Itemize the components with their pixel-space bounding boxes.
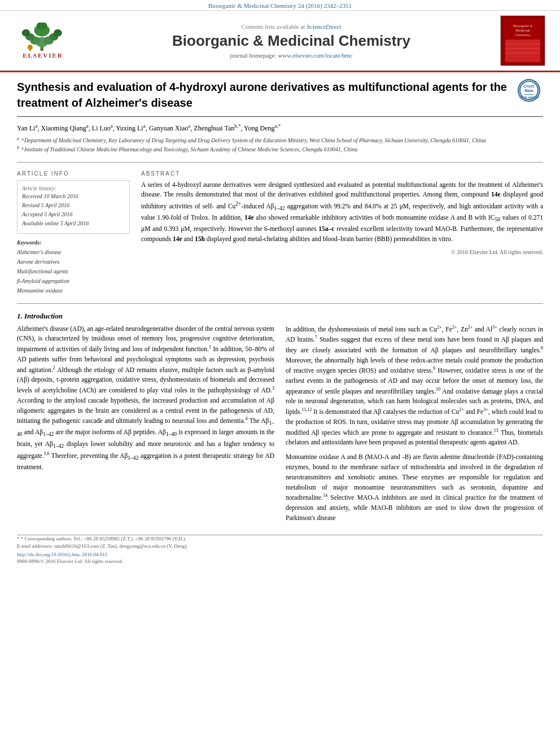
journal-cover-image: Bioorganic & Medicinal Chemistry [500,15,545,66]
introduction-body: Alzheimer's disease (AD), an age-related… [17,324,543,528]
divider-1 [17,162,543,163]
journal-citation: Bioorganic & Medicinal Chemistry 24 (201… [208,2,352,9]
footer-links: http://dx.doi.org/10.1016/j.bmc.2016.04.… [0,551,560,558]
svg-text:Cross: Cross [524,84,535,88]
corresponding-author-note: * * Corresponding authors. Tel.: +86 28 … [17,535,543,543]
article-title-container: Synthesis and evaluation of 4-hydroxyl a… [17,79,509,111]
intro-col-2: In addition, the dyshomeostasis of metal… [286,324,543,528]
authors-line: Yan Lia, Xiaoming Qianga, Li Luoa, Yuxin… [17,123,543,133]
article-title: Synthesis and evaluation of 4-hydroxyl a… [17,79,509,111]
footer-issn: 0968-0896/© 2016 Elsevier Ltd. All right… [0,558,560,564]
abstract-text: A series of 4-hydroxyl aurone derivative… [141,180,543,244]
keyword-5: Monoamine oxidase [17,286,130,295]
elsevier-brand-text: ELSEVIER [23,52,63,59]
sciencedirect-anchor[interactable]: ScienceDirect [307,23,342,30]
keywords-section: Keywords: Alzheimer's disease Aurone der… [17,239,130,295]
affiliation-a: a ᵃ Department of Medicinal Chemistry, K… [17,136,543,145]
svg-text:Chemistry: Chemistry [515,33,530,37]
available-date: Available online 5 April 2016 [22,220,125,228]
affiliations: a ᵃ Department of Medicinal Chemistry, K… [17,136,543,154]
intro-para-3: Monoamine oxidase A and B (MAO-A and -B)… [286,452,543,523]
abstract-header: ABSTRACT [141,171,543,177]
keyword-4: β-Amyloid aggregation [17,276,130,286]
revised-date: Revised 5 April 2016 [22,202,125,209]
journal-top-bar: Bioorganic & Medicinal Chemistry 24 (201… [0,0,560,11]
journal-title: Bioorganic & Medicinal Chemistry [88,32,495,50]
cover-svg: Bioorganic & Medicinal Chemistry [501,16,545,65]
svg-point-6 [22,29,30,37]
article-content: Synthesis and evaluation of 4-hydroxyl a… [0,72,560,535]
svg-text:check updates: check updates [519,95,539,99]
article-info-box: Article history: Received 10 March 2016 … [17,180,130,234]
history-label: Article history: [22,185,125,191]
article-title-section: Synthesis and evaluation of 4-hydroxyl a… [17,79,543,117]
intro-para-2: In addition, the dyshomeostasis of metal… [286,324,543,448]
footer-notes: * * Corresponding authors. Tel.: +86 28 … [0,535,560,551]
journal-cover: Bioorganic & Medicinal Chemistry [495,15,551,66]
divider-2 [17,303,543,304]
journal-header-center: Contents lists available at ScienceDirec… [88,23,495,59]
doi-link[interactable]: http://dx.doi.org/10.1016/j.bmc.2016.04.… [17,552,107,557]
sciencedirect-link: Contents lists available at ScienceDirec… [88,23,495,30]
svg-text:Bioorganic &: Bioorganic & [513,24,532,28]
copyright-line: © 2016 Elsevier Ltd. All rights reserved… [141,249,543,255]
svg-text:Mark: Mark [524,89,533,93]
accepted-date: Accepted 5 April 2016 [22,211,125,219]
affiliation-b: b ᵇ Institute of Traditional Chinese Med… [17,145,543,154]
svg-rect-11 [29,47,31,51]
journal-homepage: journal homepage: www.elsevier.com/locat… [88,52,495,59]
email-note: E-mail addresses: tanzhlh616@163.com (Z.… [17,543,543,551]
keyword-2: Aurone derivatives [17,257,130,267]
elsevier-logo-section: ELSEVIER [9,21,88,60]
keywords-label: Keywords: [17,239,130,246]
crossmark-icon: Cross Mark check updates [518,79,540,102]
svg-point-7 [54,29,62,37]
journal-header: ELSEVIER Contents lists available at Sci… [0,11,560,72]
keywords-list: Alzheimer's disease Aurone derivatives M… [17,247,130,295]
svg-text:Medicinal: Medicinal [515,29,530,32]
elsevier-tree-icon [18,23,68,51]
received-date: Received 10 March 2016 [22,193,125,200]
article-info-header: ARTICLE INFO [17,171,130,177]
article-info-column: ARTICLE INFO Article history: Received 1… [17,171,130,295]
crossmark-section: Cross Mark check updates [515,79,543,102]
elsevier-logo: ELSEVIER [9,21,77,60]
intro-col-1: Alzheimer's disease (AD), an age-related… [17,324,274,528]
crossmark-svg: Cross Mark check updates [519,80,539,101]
keyword-3: Multifunctional agents [17,267,130,276]
introduction-section: 1. Introduction Alzheimer's disease (AD)… [17,312,543,528]
keyword-1: Alzheimer's disease [17,247,130,257]
svg-rect-17 [505,40,540,62]
introduction-title: 1. Introduction [17,312,543,321]
journal-url[interactable]: www.elsevier.com/locate/bmc [278,52,352,59]
info-abstract-section: ARTICLE INFO Article history: Received 1… [17,171,543,295]
intro-para-1: Alzheimer's disease (AD), an age-related… [17,324,274,473]
abstract-column: ABSTRACT A series of 4-hydroxyl aurone d… [141,171,543,295]
